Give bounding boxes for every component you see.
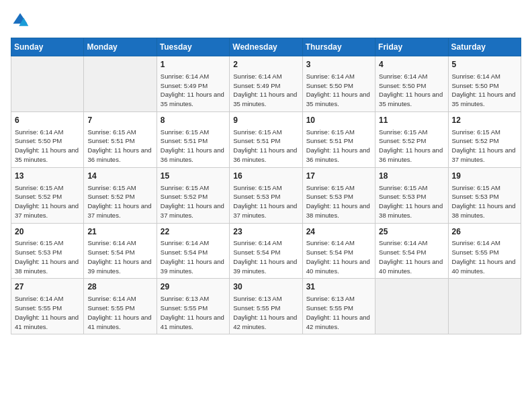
calendar-cell: 25Sunrise: 6:14 AM Sunset: 5:54 PM Dayli… (375, 223, 448, 279)
day-number: 12 (452, 115, 517, 126)
calendar-cell: 19Sunrise: 6:15 AM Sunset: 5:53 PM Dayli… (448, 167, 521, 223)
cell-content: Sunrise: 6:14 AM Sunset: 5:54 PM Dayligh… (161, 238, 226, 275)
day-number: 7 (87, 115, 152, 126)
calendar-cell: 12Sunrise: 6:15 AM Sunset: 5:52 PM Dayli… (448, 111, 521, 167)
calendar-cell: 20Sunrise: 6:15 AM Sunset: 5:53 PM Dayli… (11, 223, 84, 279)
calendar-cell: 14Sunrise: 6:15 AM Sunset: 5:52 PM Dayli… (84, 167, 157, 223)
cell-content: Sunrise: 6:14 AM Sunset: 5:54 PM Dayligh… (306, 238, 371, 275)
logo (11, 11, 32, 30)
day-number: 23 (233, 226, 298, 238)
header-row: SundayMondayTuesdayWednesdayThursdayFrid… (11, 38, 521, 56)
header-day-wednesday: Wednesday (230, 38, 302, 56)
cell-content: Sunrise: 6:14 AM Sunset: 5:54 PM Dayligh… (379, 238, 444, 275)
day-number: 18 (379, 171, 444, 182)
calendar-week-2: 6Sunrise: 6:14 AM Sunset: 5:50 PM Daylig… (11, 111, 521, 167)
day-number: 4 (379, 59, 444, 71)
header-day-sunday: Sunday (11, 38, 84, 56)
calendar-cell: 24Sunrise: 6:14 AM Sunset: 5:54 PM Dayli… (302, 223, 375, 279)
cell-content: Sunrise: 6:14 AM Sunset: 5:55 PM Dayligh… (87, 294, 152, 331)
day-number: 2 (233, 59, 298, 71)
day-number: 31 (306, 281, 371, 293)
cell-content: Sunrise: 6:15 AM Sunset: 5:53 PM Dayligh… (15, 238, 80, 275)
cell-content: Sunrise: 6:13 AM Sunset: 5:55 PM Dayligh… (306, 294, 371, 331)
day-number: 15 (161, 171, 226, 182)
cell-content: Sunrise: 6:13 AM Sunset: 5:55 PM Dayligh… (233, 294, 298, 331)
calendar-cell: 16Sunrise: 6:15 AM Sunset: 5:53 PM Dayli… (230, 167, 302, 223)
header (11, 11, 521, 30)
day-number: 28 (87, 281, 152, 293)
calendar-cell: 13Sunrise: 6:15 AM Sunset: 5:52 PM Dayli… (11, 167, 84, 223)
day-number: 29 (161, 281, 226, 293)
cell-content: Sunrise: 6:15 AM Sunset: 5:53 PM Dayligh… (233, 183, 298, 220)
cell-content: Sunrise: 6:15 AM Sunset: 5:51 PM Dayligh… (161, 128, 226, 165)
calendar-cell: 6Sunrise: 6:14 AM Sunset: 5:50 PM Daylig… (11, 111, 84, 167)
cell-content: Sunrise: 6:14 AM Sunset: 5:55 PM Dayligh… (452, 238, 517, 275)
calendar-cell: 31Sunrise: 6:13 AM Sunset: 5:55 PM Dayli… (302, 279, 375, 334)
header-day-monday: Monday (84, 38, 157, 56)
cell-content: Sunrise: 6:14 AM Sunset: 5:49 PM Dayligh… (233, 72, 298, 109)
header-day-friday: Friday (375, 38, 448, 56)
day-number: 1 (161, 59, 226, 71)
cell-content: Sunrise: 6:15 AM Sunset: 5:51 PM Dayligh… (306, 128, 371, 165)
header-day-thursday: Thursday (302, 38, 375, 56)
calendar-cell: 9Sunrise: 6:15 AM Sunset: 5:51 PM Daylig… (230, 111, 302, 167)
cell-content: Sunrise: 6:14 AM Sunset: 5:50 PM Dayligh… (15, 128, 80, 165)
calendar-cell: 8Sunrise: 6:15 AM Sunset: 5:51 PM Daylig… (157, 111, 229, 167)
calendar-cell: 15Sunrise: 6:15 AM Sunset: 5:52 PM Dayli… (157, 167, 229, 223)
day-number: 27 (15, 281, 80, 293)
day-number: 17 (306, 171, 371, 182)
calendar-cell: 30Sunrise: 6:13 AM Sunset: 5:55 PM Dayli… (230, 279, 302, 334)
cell-content: Sunrise: 6:15 AM Sunset: 5:51 PM Dayligh… (87, 128, 152, 165)
calendar-cell: 21Sunrise: 6:14 AM Sunset: 5:54 PM Dayli… (84, 223, 157, 279)
calendar-cell: 5Sunrise: 6:14 AM Sunset: 5:50 PM Daylig… (448, 56, 521, 112)
calendar-week-1: 1Sunrise: 6:14 AM Sunset: 5:49 PM Daylig… (11, 56, 521, 112)
day-number: 10 (306, 115, 371, 126)
cell-content: Sunrise: 6:15 AM Sunset: 5:51 PM Dayligh… (233, 128, 298, 165)
day-number: 19 (452, 171, 517, 182)
calendar-table: SundayMondayTuesdayWednesdayThursdayFrid… (11, 38, 521, 334)
calendar-cell: 11Sunrise: 6:15 AM Sunset: 5:52 PM Dayli… (375, 111, 448, 167)
cell-content: Sunrise: 6:15 AM Sunset: 5:52 PM Dayligh… (87, 183, 152, 220)
calendar-cell: 26Sunrise: 6:14 AM Sunset: 5:55 PM Dayli… (448, 223, 521, 279)
calendar-cell: 4Sunrise: 6:14 AM Sunset: 5:50 PM Daylig… (375, 56, 448, 112)
day-number: 13 (15, 171, 80, 182)
calendar-cell: 1Sunrise: 6:14 AM Sunset: 5:49 PM Daylig… (157, 56, 229, 112)
cell-content: Sunrise: 6:14 AM Sunset: 5:55 PM Dayligh… (15, 294, 80, 331)
logo-icon (11, 11, 30, 30)
day-number: 22 (161, 226, 226, 238)
calendar-cell (375, 279, 448, 334)
day-number: 20 (15, 226, 80, 238)
cell-content: Sunrise: 6:14 AM Sunset: 5:50 PM Dayligh… (452, 72, 517, 109)
day-number: 11 (379, 115, 444, 126)
cell-content: Sunrise: 6:14 AM Sunset: 5:50 PM Dayligh… (306, 72, 371, 109)
calendar-week-5: 27Sunrise: 6:14 AM Sunset: 5:55 PM Dayli… (11, 279, 521, 334)
cell-content: Sunrise: 6:14 AM Sunset: 5:54 PM Dayligh… (87, 238, 152, 275)
calendar-cell (448, 279, 521, 334)
cell-content: Sunrise: 6:13 AM Sunset: 5:55 PM Dayligh… (161, 294, 226, 331)
calendar-cell: 17Sunrise: 6:15 AM Sunset: 5:53 PM Dayli… (302, 167, 375, 223)
calendar-cell: 27Sunrise: 6:14 AM Sunset: 5:55 PM Dayli… (11, 279, 84, 334)
calendar-cell: 10Sunrise: 6:15 AM Sunset: 5:51 PM Dayli… (302, 111, 375, 167)
calendar-cell: 7Sunrise: 6:15 AM Sunset: 5:51 PM Daylig… (84, 111, 157, 167)
day-number: 6 (15, 115, 80, 126)
calendar-cell: 3Sunrise: 6:14 AM Sunset: 5:50 PM Daylig… (302, 56, 375, 112)
calendar-header: SundayMondayTuesdayWednesdayThursdayFrid… (11, 38, 521, 56)
cell-content: Sunrise: 6:14 AM Sunset: 5:54 PM Dayligh… (233, 238, 298, 275)
cell-content: Sunrise: 6:15 AM Sunset: 5:52 PM Dayligh… (15, 183, 80, 220)
calendar-cell: 22Sunrise: 6:14 AM Sunset: 5:54 PM Dayli… (157, 223, 229, 279)
cell-content: Sunrise: 6:14 AM Sunset: 5:49 PM Dayligh… (161, 72, 226, 109)
calendar-cell: 28Sunrise: 6:14 AM Sunset: 5:55 PM Dayli… (84, 279, 157, 334)
day-number: 25 (379, 226, 444, 238)
cell-content: Sunrise: 6:15 AM Sunset: 5:53 PM Dayligh… (452, 183, 517, 220)
calendar-week-3: 13Sunrise: 6:15 AM Sunset: 5:52 PM Dayli… (11, 167, 521, 223)
cell-content: Sunrise: 6:15 AM Sunset: 5:52 PM Dayligh… (161, 183, 226, 220)
cell-content: Sunrise: 6:15 AM Sunset: 5:52 PM Dayligh… (452, 128, 517, 165)
cell-content: Sunrise: 6:14 AM Sunset: 5:50 PM Dayligh… (379, 72, 444, 109)
day-number: 24 (306, 226, 371, 238)
header-day-saturday: Saturday (448, 38, 521, 56)
day-number: 26 (452, 226, 517, 238)
calendar-body: 1Sunrise: 6:14 AM Sunset: 5:49 PM Daylig… (11, 56, 521, 334)
calendar-cell: 29Sunrise: 6:13 AM Sunset: 5:55 PM Dayli… (157, 279, 229, 334)
calendar-cell: 18Sunrise: 6:15 AM Sunset: 5:53 PM Dayli… (375, 167, 448, 223)
calendar-cell (84, 56, 157, 112)
